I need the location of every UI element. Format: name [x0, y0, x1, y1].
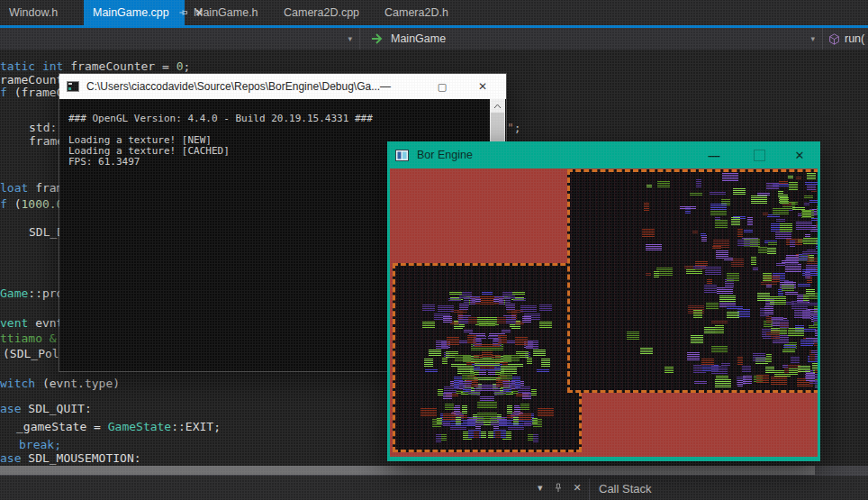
- close-button[interactable]: ✕: [786, 141, 813, 168]
- code-line: ";: [507, 121, 521, 134]
- tab-label: Camera2D.cpp: [284, 6, 359, 19]
- code-line: _gameState = GameState::EXIT;: [16, 420, 221, 433]
- visual-studio-window: Window.hMainGame.cpp✕MainGame.hCamera2D.…: [0, 0, 868, 500]
- editor-horizontal-scrollbar[interactable]: [0, 466, 868, 475]
- sprite-canvas: [395, 266, 579, 450]
- game-window: Bor Engine — ✕: [387, 141, 820, 461]
- game-titlebar[interactable]: Bor Engine — ✕: [387, 141, 820, 168]
- code-line: f (frameC: [0, 86, 63, 99]
- scrollbar-thumb[interactable]: [0, 466, 815, 475]
- member-dropdown-label: run(: [845, 32, 864, 45]
- close-icon[interactable]: ✕: [574, 481, 582, 494]
- console-app-icon: [67, 81, 79, 92]
- panel-buttons: ▾ ✕: [538, 481, 582, 494]
- code-line: ase SDL_MOUSEMOTION:: [0, 451, 141, 465]
- game-app-icon: [395, 150, 409, 161]
- type-dropdown[interactable]: MainGame ▾: [360, 28, 822, 50]
- maximize-button[interactable]: ▢: [434, 74, 450, 99]
- pin-icon[interactable]: [177, 8, 188, 18]
- tab-Window.h[interactable]: Window.h: [0, 0, 84, 25]
- tab-MainGame.h[interactable]: MainGame.h: [185, 0, 275, 25]
- game-window-title: Bor Engine: [417, 149, 473, 161]
- minimize-button[interactable]: —: [701, 141, 728, 168]
- scroll-up-icon[interactable]: [490, 99, 505, 113]
- bottom-tool-panel: ▾ ✕ Call Stack: [0, 475, 868, 500]
- minimize-button[interactable]: —: [377, 74, 393, 99]
- tab-label: MainGame.cpp: [93, 6, 169, 19]
- code-line: ase SDL_QUIT:: [0, 402, 92, 415]
- member-dropdown[interactable]: run(: [823, 28, 868, 50]
- method-cube-icon: [828, 33, 840, 45]
- project-dropdown[interactable]: ▾: [0, 28, 359, 50]
- sprite-texture-right: [567, 169, 818, 393]
- goto-arrow-icon: [371, 33, 384, 44]
- sprite-canvas: [570, 172, 818, 390]
- maximize-box: [754, 150, 765, 161]
- chevron-down-icon[interactable]: ▾: [810, 34, 815, 43]
- panel-separator: [589, 478, 590, 500]
- game-viewport: [390, 168, 818, 457]
- pin-icon[interactable]: [553, 482, 564, 494]
- tab-label: MainGame.h: [194, 6, 258, 19]
- code-line: (SDL_Poll: [3, 347, 66, 360]
- console-line: ### OpenGL Version: 4.4.0 - Build 20.19.…: [68, 114, 506, 124]
- console-titlebar[interactable]: C:\Users\ciaccodavide\Source\Repos\BorEn…: [59, 74, 506, 99]
- tab-MainGame.cpp[interactable]: MainGame.cpp✕: [84, 0, 185, 25]
- tab-label: Window.h: [9, 6, 58, 19]
- code-line: tatic int frameCounter = 0;: [0, 59, 190, 73]
- code-line: witch (evnt.type): [0, 377, 120, 390]
- maximize-button[interactable]: [746, 141, 773, 168]
- sprite-texture-left: [393, 263, 582, 452]
- call-stack-pane-title[interactable]: Call Stack: [599, 482, 652, 495]
- close-button[interactable]: ✕: [475, 74, 491, 99]
- chevron-down-icon[interactable]: ▾: [348, 34, 352, 43]
- navigation-bar: ▾ MainGame ▾ run(: [0, 28, 868, 50]
- code-line: break;: [19, 438, 61, 451]
- tab-Camera2D.cpp[interactable]: Camera2D.cpp: [275, 0, 375, 25]
- tab-bar: Window.hMainGame.cpp✕MainGame.hCamera2D.…: [0, 0, 868, 25]
- tab-Camera2D.h[interactable]: Camera2D.h: [375, 0, 462, 25]
- type-dropdown-label: MainGame: [391, 32, 446, 45]
- chevron-down-icon[interactable]: ▾: [538, 481, 543, 494]
- tab-label: Camera2D.h: [384, 6, 448, 19]
